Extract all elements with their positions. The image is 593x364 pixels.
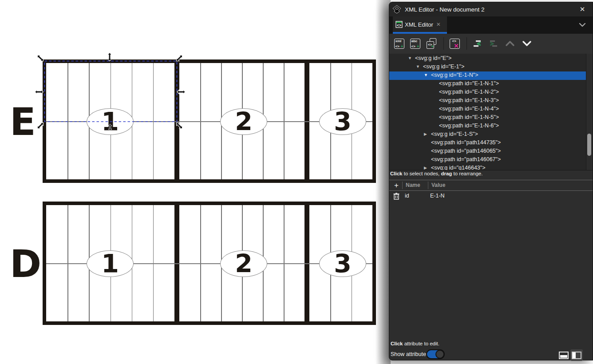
xml-tree-row[interactable]: <svg:path id="E-1-N-2"> [389,88,586,97]
attribute-value[interactable]: E-1-N [430,193,445,199]
section-number: 1 [101,109,119,135]
xml-node-label: <svg:path id="path146067"> [431,156,501,162]
expander-closed-icon[interactable]: ▶ [424,166,427,170]
column-separator [428,182,428,189]
tree-hint-text: Click to select nodes, drag to rearrange… [389,170,593,177]
xml-tree-row[interactable]: <svg:path id="path146065"> [389,147,586,156]
xml-node-label: <svg:g id="E-1-S"> [431,131,478,137]
close-icon[interactable]: ✕ [578,5,587,14]
xml-node-tree[interactable]: ▼<svg:g id="E">▼<svg:g id="E-1">▼<svg:g … [389,54,593,170]
attr-name-header: Name [406,182,420,188]
xml-editor-dialog: XML Editor - New document 2 ✕ <> XML Edi… [389,2,593,360]
section-ellipse[interactable]: 3 [319,250,366,277]
chevron-down-icon[interactable] [577,20,587,30]
add-attribute-button[interactable]: + [392,181,401,190]
xml-node-label: <svg:g id="E"> [415,55,451,61]
delete-node-button[interactable]: <> ✕ [449,38,460,49]
section-ellipse[interactable]: 1 [87,250,134,277]
selection-handle-left[interactable] [35,90,43,94]
toolbar-separator [443,37,444,50]
xml-node-label: <svg:path id="path146065"> [431,148,501,154]
attributes-header: + Name Value [389,180,593,191]
section-number: 2 [235,251,253,277]
tree-scrollbar-thumb[interactable] [587,134,591,156]
tab-label: XML Editor [405,21,433,28]
move-node-up-button[interactable] [504,38,516,49]
move-node-down-button[interactable] [521,38,533,49]
xml-node-label: <svg:path id="E-1-N-5"> [439,114,499,120]
section-number: 3 [334,251,352,277]
xml-tree-row[interactable]: ▼<svg:g id="E-1-N"> [389,71,586,80]
column-separator [402,182,403,189]
tab-xml-editor[interactable]: <> XML Editor ✕ [393,16,447,32]
expander-open-icon[interactable]: ▼ [408,56,412,60]
xml-node-label: <svg:path id="E-1-N-2"> [439,89,499,95]
xml-tree-row[interactable]: ▶<svg:g id="E-1-S"> [389,131,586,139]
indent-node-icon [489,39,498,48]
section-ellipse[interactable]: 1 [87,108,134,135]
dialog-title: XML Editor - New document 2 [405,6,485,13]
expander-open-icon[interactable]: ▼ [424,73,428,77]
drawing-canvas[interactable]: E123D123 [0,0,391,364]
xml-node-label: <svg:path id="E-1-N-4"> [439,106,499,112]
xml-node-label: <svg:path id="path144735"> [431,139,501,146]
new-element-node-button[interactable]: xml <> + [393,38,405,49]
xml-tree-row[interactable]: <svg:path id="E-1-N-1"> [389,80,586,88]
section-ellipse[interactable]: 2 [220,108,267,135]
horizontal-layout-button[interactable] [558,350,569,360]
toggle-knob [435,350,444,359]
xml-tree-row[interactable]: <svg:path id="path146067"> [389,156,586,164]
delete-attribute-icon[interactable] [393,193,399,200]
indent-node-button[interactable] [488,38,499,49]
xml-node-label: <svg:g id="g146643"> [431,165,486,170]
xml-node-label: <svg:g id="E-1-N"> [431,72,478,78]
xml-editor-tab-icon: <> [395,21,403,28]
tree-scrollbar[interactable] [586,54,593,170]
attribute-row[interactable]: idE-1-N [389,191,593,202]
attr-value-header: Value [431,182,445,188]
xml-tree-row[interactable]: <svg:path id="E-1-N-3"> [389,97,586,105]
vertical-layout-button[interactable] [570,349,583,361]
arrow-up-icon [505,38,515,49]
dialog-tabbar: <> XML Editor ✕ [389,16,593,34]
xml-tree-row[interactable]: ▼<svg:g id="E"> [389,55,586,63]
xml-tree-row[interactable]: <svg:path id="E-1-N-5"> [389,114,586,122]
xml-tree-row[interactable]: <svg:path id="E-1-N-4"> [389,105,586,114]
page-edge-shadow [376,0,391,364]
new-element-node-icon: xml <> + [394,39,404,49]
horizontal-split-icon [559,352,569,359]
row-label-D[interactable]: D [10,245,40,283]
section-ellipse[interactable]: 3 [319,108,366,135]
show-attributes-label: Show attributes [391,351,429,357]
tab-close-icon[interactable]: ✕ [436,21,441,28]
xml-tree-row[interactable]: <svg:path id="E-1-N-6"> [389,122,586,131]
section-ellipse[interactable]: 2 [220,250,267,277]
duplicate-node-button[interactable]: <> + [426,38,438,49]
svg-text:<>: <> [397,23,401,28]
show-attributes-toggle[interactable] [426,349,445,359]
xml-node-label: <svg:path id="E-1-N-6"> [439,123,499,129]
xml-tree-row[interactable]: ▼<svg:g id="E-1"> [389,63,586,71]
attribute-hint-text: Click attribute to edit. [389,340,439,348]
section-number: 3 [334,109,352,135]
new-text-node-button[interactable]: abc <> + [409,38,421,49]
expander-closed-icon[interactable]: ▶ [424,132,427,136]
dialog-titlebar[interactable]: XML Editor - New document 2 ✕ [389,2,593,16]
expander-open-icon[interactable]: ▼ [416,64,420,69]
delete-node-icon: <> ✕ [450,39,460,49]
row-label-E[interactable]: E [10,103,35,141]
unindent-node-button[interactable] [471,38,483,49]
section-number: 1 [101,251,119,277]
vertical-split-icon [572,352,581,359]
toolbar-separator [466,37,467,50]
inkscape-logo-icon [392,5,401,14]
duplicate-node-icon: <> + [427,38,437,49]
unindent-node-icon [472,39,482,48]
new-text-node-icon: abc <> + [410,39,420,49]
xml-tree-row[interactable]: <svg:path id="path144735"> [389,139,586,147]
xml-node-label: <svg:path id="E-1-N-1"> [439,80,499,87]
xml-tree-row[interactable]: ▶<svg:g id="g146643"> [389,164,586,170]
arrow-down-icon [522,38,532,49]
xml-toolbar: xml <> + abc <> + <> + <> [389,34,593,54]
attribute-name[interactable]: id [405,193,409,199]
